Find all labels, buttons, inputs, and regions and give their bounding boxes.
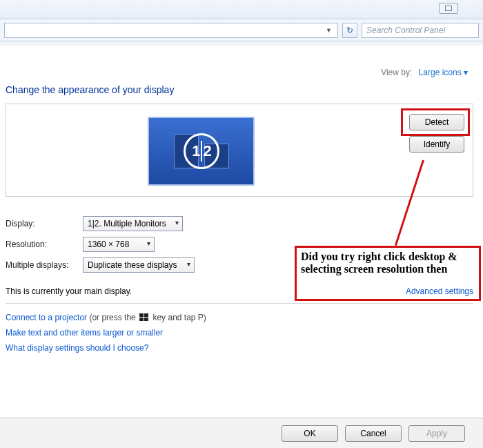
- cancel-button[interactable]: Cancel: [345, 425, 402, 442]
- display-preview: 12 Detect Identify: [6, 104, 473, 197]
- windows-key-icon: [139, 313, 149, 322]
- view-by-label: View by:: [381, 68, 412, 77]
- connect-projector-link[interactable]: Connect to a projector (or press the key…: [6, 312, 473, 322]
- maximize-button[interactable]: [439, 3, 458, 14]
- view-by[interactable]: View by: Large icons ▾: [381, 68, 468, 77]
- display-label: Display:: [6, 219, 83, 228]
- address-bar: ▼ ↻ Search Control Panel: [0, 19, 483, 41]
- titlebar: [0, 0, 483, 19]
- footer-buttons: OK Cancel Apply: [0, 418, 483, 448]
- refresh-button[interactable]: ↻: [342, 23, 357, 38]
- display-value: 1|2. Multiple Monitors: [88, 219, 166, 228]
- text-size-link[interactable]: Make text and other items larger or smal…: [6, 328, 473, 338]
- page-title: Change the appearance of your display: [6, 84, 473, 95]
- multiple-displays-value: Duplicate these displays: [88, 260, 177, 270]
- resolution-select[interactable]: 1360 × 768: [83, 237, 155, 252]
- header-area: View by: Large icons ▾: [0, 46, 483, 80]
- monitor-id-badge: 12: [184, 133, 219, 169]
- search-input[interactable]: Search Control Panel: [362, 23, 479, 38]
- annotation-text: Did you try right click desktop & select…: [295, 246, 481, 301]
- separator: [6, 303, 473, 304]
- ok-button[interactable]: OK: [282, 425, 338, 442]
- display-select[interactable]: 1|2. Multiple Monitors: [83, 216, 183, 231]
- breadcrumb-field[interactable]: ▼: [4, 23, 338, 38]
- chevron-down-icon[interactable]: ▼: [323, 27, 335, 34]
- view-by-value[interactable]: Large icons ▾: [419, 68, 468, 77]
- apply-button[interactable]: Apply: [408, 425, 465, 442]
- multiple-displays-select[interactable]: Duplicate these displays: [83, 257, 195, 273]
- monitor-thumbnails[interactable]: 12: [148, 117, 255, 186]
- identify-button[interactable]: Identify: [409, 136, 464, 153]
- search-placeholder: Search Control Panel: [366, 26, 445, 35]
- main-display-text: This is currently your main display.: [6, 286, 132, 296]
- refresh-icon: ↻: [346, 26, 353, 35]
- display-help-link[interactable]: What display settings should I choose?: [6, 343, 473, 353]
- detect-button[interactable]: Detect: [409, 114, 464, 130]
- resolution-value: 1360 × 768: [88, 240, 129, 249]
- multiple-displays-label: Multiple displays:: [6, 260, 83, 270]
- resolution-label: Resolution:: [6, 240, 83, 249]
